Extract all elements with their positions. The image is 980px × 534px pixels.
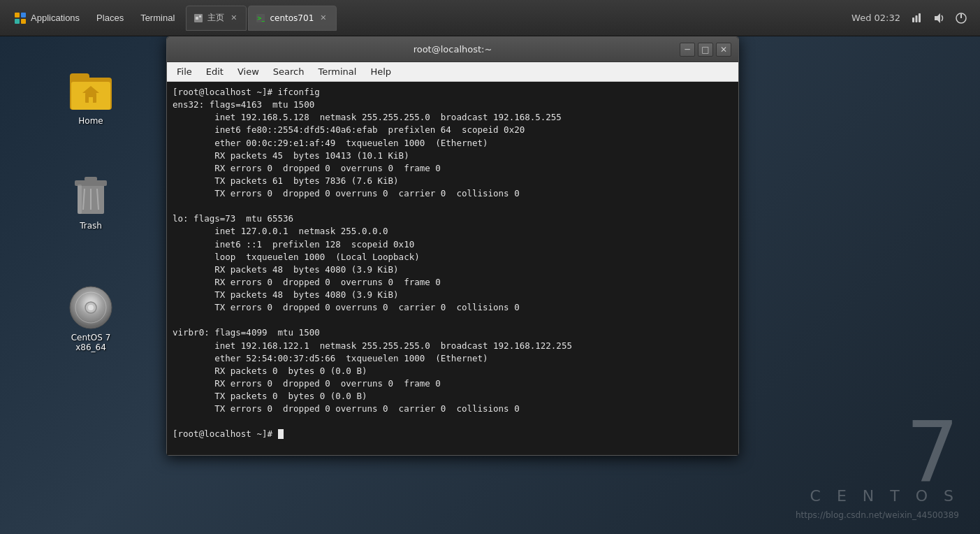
places-label: Places <box>96 13 124 23</box>
svg-rect-10 <box>916 15 918 22</box>
svg-rect-9 <box>912 17 914 22</box>
taskbar-left: Applications Places Terminal <box>6 0 183 36</box>
centos-url: https://blog.csdn.net/weixin_44500389 <box>796 510 959 520</box>
terminal-tab-icon: >_ <box>256 13 265 23</box>
desktop-icon-home[interactable]: Home <box>63 64 119 130</box>
tab1-label: 主页 <box>207 12 224 24</box>
desktop-icon-cdrom[interactable]: CentOS 7 x86_64 <box>63 281 119 356</box>
desktop: Home Trash <box>0 36 980 534</box>
tab-terminal[interactable]: >_ centos701 ✕ <box>248 6 336 31</box>
tab-home[interactable]: 主页 ✕ <box>186 6 247 31</box>
terminal-controls: ─ □ ✕ <box>680 43 731 57</box>
cdrom-icon <box>68 285 113 330</box>
menu-view[interactable]: View <box>231 64 266 79</box>
svg-rect-0 <box>15 13 20 17</box>
trash-label: Trash <box>80 221 102 231</box>
menu-file[interactable]: File <box>170 64 199 79</box>
trash-icon <box>68 173 113 218</box>
svg-rect-3 <box>21 19 26 24</box>
svg-rect-6 <box>199 15 201 17</box>
terminal-title: root@localhost:~ <box>414 44 492 55</box>
terminal-titlebar: root@localhost:~ ─ □ ✕ <box>167 37 738 62</box>
svg-rect-11 <box>919 13 921 22</box>
volume-icon[interactable] <box>933 12 945 24</box>
taskbar: Applications Places Terminal 主页 ✕ >_ cen… <box>0 0 980 36</box>
applications-menu-button[interactable]: Applications <box>6 0 88 36</box>
desktop-icon-trash[interactable]: Trash <box>63 169 119 235</box>
menu-search[interactable]: Search <box>266 64 312 79</box>
svg-marker-12 <box>935 13 940 23</box>
maximize-button[interactable]: □ <box>698 43 713 57</box>
terminal-menubar: File Edit View Search Terminal Help <box>167 62 738 82</box>
svg-rect-23 <box>85 177 97 181</box>
svg-rect-2 <box>15 19 20 24</box>
menu-terminal[interactable]: Terminal <box>311 64 363 79</box>
menu-edit[interactable]: Edit <box>199 64 231 79</box>
centos-watermark: 7 C E N T O S https://blog.csdn.net/weix… <box>796 410 959 520</box>
terminal-window: root@localhost:~ ─ □ ✕ File Edit View Se… <box>166 36 739 456</box>
home-tab-icon <box>193 13 203 23</box>
taskbar-right: Wed 02:32 <box>851 12 974 24</box>
clock: Wed 02:32 <box>851 13 900 23</box>
close-button[interactable]: ✕ <box>716 43 731 57</box>
tab2-label: centos701 <box>270 13 314 23</box>
svg-rect-16 <box>70 73 89 82</box>
places-menu-button[interactable]: Places <box>88 0 132 36</box>
terminal-body[interactable]: [root@localhost ~]# ifconfig ens32: flag… <box>167 82 738 455</box>
svg-rect-1 <box>21 13 26 17</box>
terminal-label: Terminal <box>140 13 175 23</box>
home-label: Home <box>78 116 103 126</box>
power-icon[interactable] <box>955 12 967 24</box>
tab1-close[interactable]: ✕ <box>228 13 239 23</box>
applications-label: Applications <box>31 13 80 23</box>
tab2-close[interactable]: ✕ <box>318 13 328 23</box>
home-folder-icon <box>68 68 113 113</box>
centos-7-number: 7 <box>796 410 959 494</box>
svg-point-31 <box>88 305 94 310</box>
centos-brand: C E N T O S <box>796 487 959 505</box>
menu-help[interactable]: Help <box>363 64 398 79</box>
terminal-menu-button[interactable]: Terminal <box>132 0 183 36</box>
taskbar-tabs: 主页 ✕ >_ centos701 ✕ <box>186 0 337 36</box>
minimize-button[interactable]: ─ <box>680 43 695 57</box>
applications-icon <box>14 12 27 24</box>
svg-text:>_: >_ <box>257 15 265 22</box>
svg-rect-5 <box>196 17 198 20</box>
cdrom-label: CentOS 7 x86_64 <box>66 333 116 352</box>
svg-rect-20 <box>89 97 93 103</box>
svg-rect-27 <box>78 185 82 214</box>
network-icon[interactable] <box>910 12 923 24</box>
